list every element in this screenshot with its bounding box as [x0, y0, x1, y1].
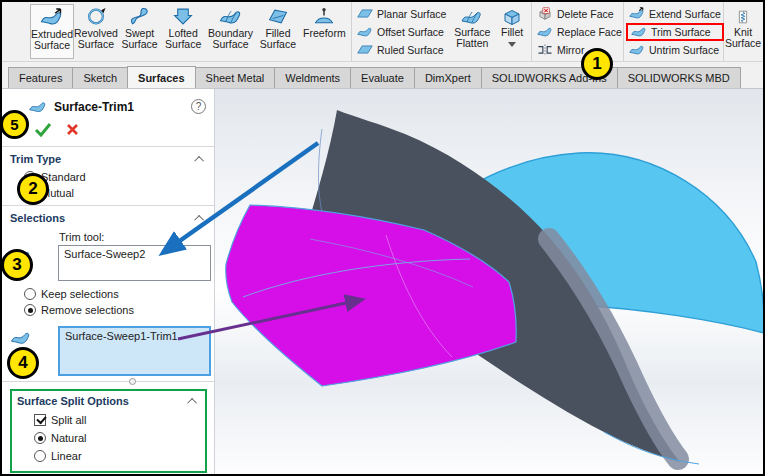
delete-face-button[interactable]: Delete Face: [537, 5, 622, 23]
checkbox-label: Split all: [51, 414, 86, 426]
ok-check-icon[interactable]: [34, 122, 52, 137]
knit-surface-button[interactable]: Knit Surface: [726, 4, 760, 59]
remove-selections-radio[interactable]: [24, 304, 36, 316]
revolved-surface-icon: [84, 7, 108, 26]
trim-tool-listbox[interactable]: Surface-Sweep2: [58, 245, 211, 281]
button-label: Surface Flatten: [449, 27, 495, 49]
keep-selections-row[interactable]: Keep selections: [2, 286, 214, 302]
split-all-checkbox[interactable]: [34, 414, 46, 426]
offset-surface-button[interactable]: Offset Surface: [357, 23, 446, 41]
surface-trim-feature-icon: [28, 99, 48, 114]
button-label: Untrim Surface: [649, 44, 719, 56]
collapse-chevron-icon: [194, 155, 204, 165]
tab-sketch[interactable]: Sketch: [72, 67, 128, 88]
section-title: Trim Type: [10, 153, 61, 165]
extend-surface-icon: [629, 7, 645, 20]
offset-surface-icon: [357, 25, 373, 38]
tab-sheet-metal[interactable]: Sheet Metal: [195, 67, 276, 88]
keep-selections-radio[interactable]: [24, 288, 36, 300]
trim-tool-label: Trim tool:: [2, 228, 214, 245]
extend-surface-button[interactable]: Extend Surface: [629, 5, 721, 23]
natural-row[interactable]: Natural: [12, 429, 205, 447]
fillet-dropdown-arrow-icon[interactable]: [508, 42, 516, 47]
button-label: Revolved Surface: [74, 28, 118, 50]
ribbon-group-face-tools: Delete Face Replace Face Mirror: [532, 2, 624, 61]
pieces-selection-icon: [10, 329, 32, 346]
keep-remove-group: Keep selections Remove selections: [2, 286, 214, 318]
boundary-surface-icon: [219, 7, 243, 26]
tab-features[interactable]: Features: [8, 67, 73, 88]
button-label: Offset Surface: [377, 26, 444, 38]
main-content: Surface-Trim1 ? Trim Type Standard Mutua…: [2, 89, 763, 474]
callout-number: 1: [592, 54, 601, 74]
tab-label: Sketch: [83, 72, 117, 84]
selections-section-header[interactable]: Selections: [2, 206, 214, 228]
callout-number: 5: [10, 116, 18, 133]
swept-surface-button[interactable]: Swept Surface: [118, 4, 162, 59]
filled-surface-icon: [266, 7, 290, 26]
trim-surface-button[interactable]: Trim Surface: [626, 23, 724, 41]
button-label: Knit Surface: [725, 27, 761, 49]
natural-radio[interactable]: [34, 432, 46, 444]
property-manager-header: Surface-Trim1 ?: [2, 89, 214, 114]
callout-4: 4: [7, 347, 39, 379]
tab-dimxpert[interactable]: DimXpert: [414, 67, 482, 88]
trim-tool-value[interactable]: Surface-Sweep2: [64, 248, 145, 260]
radio-label: Standard: [41, 171, 86, 183]
3d-scene: [215, 89, 763, 474]
button-label: Lofted Surface: [161, 28, 205, 50]
lofted-surface-icon: [171, 7, 195, 26]
replace-face-icon: [537, 25, 553, 38]
untrim-surface-button[interactable]: Untrim Surface: [629, 41, 721, 59]
remove-selections-row[interactable]: Remove selections: [2, 302, 214, 318]
tab-surfaces[interactable]: Surfaces: [127, 66, 195, 88]
lofted-surface-button[interactable]: Lofted Surface: [161, 4, 205, 59]
delete-face-icon: [537, 7, 553, 20]
surface-flatten-button[interactable]: Surface Flatten: [449, 4, 495, 59]
commandmanager-tab-bar: Features Sketch Surfaces Sheet Metal Wel…: [2, 62, 763, 89]
boundary-surface-button[interactable]: Boundary Surface: [205, 4, 256, 59]
fillet-button[interactable]: Fillet: [495, 4, 529, 59]
button-label: Replace Face: [557, 26, 622, 38]
revolved-surface-button[interactable]: Revolved Surface: [74, 4, 118, 59]
trim-tool-row: Surface-Sweep2: [2, 245, 214, 281]
freeform-icon: [312, 7, 336, 26]
radio-label: Natural: [51, 432, 86, 444]
pieces-value[interactable]: Surface-Sweep1-Trim1: [65, 330, 178, 342]
confirm-row: [34, 120, 214, 138]
tab-label: Surfaces: [138, 72, 184, 84]
button-label: Boundary Surface: [205, 28, 256, 50]
split-options-section-header[interactable]: Surface Split Options: [12, 391, 205, 411]
planar-surface-button[interactable]: Planar Surface: [357, 5, 446, 23]
resize-handle[interactable]: [129, 378, 136, 385]
filled-surface-button[interactable]: Filled Surface: [256, 4, 300, 59]
tab-solidworks-mbd[interactable]: SOLIDWORKS MBD: [617, 67, 741, 88]
radio-label: Keep selections: [41, 288, 119, 300]
tab-label: DimXpert: [425, 72, 471, 84]
ribbon-group-modify-a: Planar Surface Offset Surface Ruled Surf…: [352, 2, 532, 61]
trim-type-section-header[interactable]: Trim Type: [2, 147, 214, 169]
help-icon[interactable]: ?: [191, 99, 206, 114]
cancel-x-icon[interactable]: [66, 123, 79, 136]
tab-label: Features: [19, 72, 62, 84]
tab-evaluate[interactable]: Evaluate: [350, 67, 415, 88]
panel-title: Surface-Trim1: [54, 100, 134, 114]
extruded-surface-button[interactable]: Extruded Surface: [30, 4, 74, 59]
tab-label: Sheet Metal: [206, 72, 265, 84]
extruded-surface-icon: [40, 8, 64, 27]
tab-label: Weldments: [285, 72, 340, 84]
collapse-chevron-icon: [194, 214, 204, 224]
fillet-icon: [501, 8, 523, 26]
graphics-viewport[interactable]: [215, 89, 763, 474]
pieces-to-remove-listbox[interactable]: Surface-Sweep1-Trim1: [58, 326, 211, 376]
surface-flatten-icon: [461, 8, 483, 26]
tab-weldments[interactable]: Weldments: [274, 67, 351, 88]
linear-radio[interactable]: [34, 450, 46, 462]
mirror-icon: [537, 43, 553, 56]
freeform-button[interactable]: Freeform: [300, 4, 349, 59]
split-all-row[interactable]: Split all: [12, 411, 205, 429]
linear-row[interactable]: Linear: [12, 447, 205, 465]
replace-face-button[interactable]: Replace Face: [537, 23, 622, 41]
radio-label: Linear: [51, 450, 82, 462]
ruled-surface-button[interactable]: Ruled Surface: [357, 41, 446, 59]
